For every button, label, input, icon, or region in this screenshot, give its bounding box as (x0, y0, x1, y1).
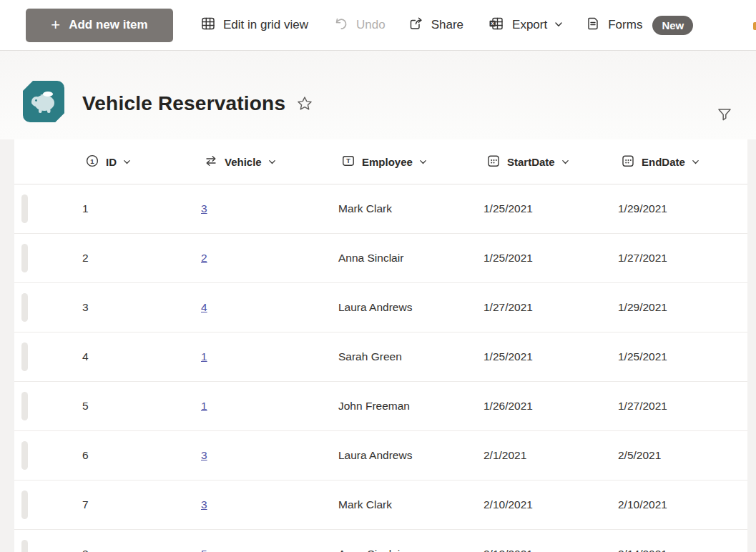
piggy-bank-list-icon (23, 81, 64, 122)
column-header-employee[interactable]: T Employee (338, 154, 483, 170)
plus-icon: + (51, 17, 60, 33)
undo-label: Undo (356, 18, 386, 32)
column-header-id[interactable]: 1 ID (82, 154, 201, 170)
date-column-icon (486, 154, 501, 170)
cell-id: 7 (82, 498, 201, 511)
grid-view-icon (200, 16, 216, 35)
edit-in-grid-view-button[interactable]: Edit in grid view (197, 9, 311, 42)
cell-enddate: 1/27/2021 (618, 400, 747, 413)
cell-startdate: 1/25/2021 (483, 252, 618, 265)
share-label: Share (431, 18, 463, 32)
forms-button[interactable]: Forms New (582, 9, 696, 42)
row-drag-handle[interactable] (21, 540, 28, 552)
cell-id: 2 (82, 252, 201, 265)
chevron-down-icon (419, 156, 427, 168)
cell-vehicle-link[interactable]: 5 (201, 548, 207, 552)
funnel-filter-icon[interactable] (712, 102, 737, 127)
cell-id: 6 (82, 449, 201, 462)
export-label: Export (512, 18, 547, 32)
table-row[interactable]: 7 3 Mark Clark 2/10/2021 2/10/2021 (14, 480, 747, 530)
chevron-down-icon (123, 156, 131, 168)
cell-enddate: 1/29/2021 (618, 301, 747, 314)
row-drag-handle[interactable] (21, 342, 28, 371)
chevron-down-icon (561, 156, 569, 168)
command-bar: + Add new item Edit in grid view (0, 0, 756, 51)
column-header-label: ID (106, 156, 117, 168)
cell-id: 8 (82, 548, 201, 552)
undo-button[interactable]: Undo (330, 9, 388, 42)
table-row[interactable]: 5 1 John Freeman 1/26/2021 1/27/2021 (14, 382, 747, 431)
cell-enddate: 1/29/2021 (618, 202, 747, 215)
column-header-startdate[interactable]: StartDate (483, 154, 618, 170)
column-header-label: Vehicle (225, 156, 262, 168)
cell-employee: Mark Clark (338, 202, 483, 215)
row-drag-handle[interactable] (21, 293, 28, 322)
cell-employee: Anna Sinclair (338, 548, 483, 552)
list-title-section: Vehicle Reservations (0, 51, 756, 139)
cell-enddate: 2/5/2021 (618, 449, 747, 462)
share-button[interactable]: Share (406, 9, 466, 42)
table-row[interactable]: 8 5 Anna Sinclair 2/12/2021 2/14/2021 (14, 530, 747, 552)
row-drag-handle[interactable] (21, 244, 28, 272)
cell-vehicle-link[interactable]: 4 (201, 301, 207, 313)
cell-startdate: 2/12/2021 (483, 548, 618, 552)
cell-startdate: 1/25/2021 (483, 350, 618, 363)
table-row[interactable]: 2 2 Anna Sinclair 1/25/2021 1/27/2021 (14, 234, 747, 283)
share-icon (408, 16, 424, 35)
column-header-label: StartDate (507, 156, 555, 168)
excel-export-icon: x (488, 16, 505, 35)
row-drag-handle[interactable] (21, 441, 28, 470)
cell-vehicle-link[interactable]: 3 (201, 498, 207, 511)
edit-in-grid-view-label: Edit in grid view (223, 18, 308, 32)
table-rows: 1 3 Mark Clark 1/25/2021 1/29/2021 2 2 A… (14, 184, 747, 552)
text-column-icon: T (341, 154, 355, 170)
cell-vehicle-link[interactable]: 2 (201, 252, 207, 264)
cell-employee: Laura Andrews (338, 301, 483, 314)
chevron-down-icon (692, 156, 699, 168)
star-outline-icon[interactable] (297, 96, 313, 114)
forms-label: Forms (608, 18, 642, 32)
column-header-label: EndDate (642, 156, 685, 168)
export-button[interactable]: x Export (485, 9, 566, 42)
cell-startdate: 2/1/2021 (483, 449, 618, 462)
cell-vehicle-link[interactable]: 1 (201, 400, 207, 412)
chevron-down-icon (268, 156, 276, 168)
cell-startdate: 1/25/2021 (483, 202, 618, 215)
truncated-toolbar-icon (753, 22, 756, 30)
cell-startdate: 2/10/2021 (483, 498, 618, 511)
cell-id: 5 (82, 400, 201, 413)
chevron-down-icon (554, 18, 563, 32)
cell-vehicle-link[interactable]: 1 (201, 350, 207, 363)
row-drag-handle[interactable] (21, 392, 28, 420)
cell-enddate: 1/25/2021 (618, 350, 747, 363)
list-card: 1 ID Vehicle (14, 139, 747, 552)
cell-employee: Laura Andrews (338, 449, 483, 462)
table-row[interactable]: 4 1 Sarah Green 1/25/2021 1/25/2021 (14, 332, 747, 382)
row-drag-handle[interactable] (21, 491, 28, 519)
column-header-enddate[interactable]: EndDate (618, 154, 747, 170)
date-column-icon (621, 154, 635, 170)
cell-employee: Sarah Green (338, 350, 483, 363)
lookup-column-icon (204, 154, 218, 170)
column-header-vehicle[interactable]: Vehicle (201, 154, 338, 170)
cell-id: 4 (82, 350, 201, 363)
table-row[interactable]: 1 3 Mark Clark 1/25/2021 1/29/2021 (14, 184, 747, 234)
table-header-row: 1 ID Vehicle (14, 139, 747, 184)
cell-id: 3 (82, 301, 201, 314)
sharepoint-list-page: + Add new item Edit in grid view (0, 0, 756, 552)
cell-startdate: 1/26/2021 (483, 400, 618, 413)
add-new-item-button[interactable]: + Add new item (26, 9, 173, 42)
svg-text:T: T (346, 157, 350, 164)
cell-employee: John Freeman (338, 400, 483, 413)
undo-icon (333, 16, 349, 35)
add-new-item-label: Add new item (69, 18, 148, 32)
row-drag-handle[interactable] (21, 194, 28, 223)
new-badge: New (652, 16, 693, 35)
table-row[interactable]: 6 3 Laura Andrews 2/1/2021 2/5/2021 (14, 431, 747, 480)
cell-id: 1 (82, 202, 201, 215)
cell-employee: Anna Sinclair (338, 252, 483, 265)
cell-vehicle-link[interactable]: 3 (201, 202, 207, 215)
column-header-label: Employee (362, 156, 413, 168)
table-row[interactable]: 3 4 Laura Andrews 1/27/2021 1/29/2021 (14, 283, 747, 332)
cell-vehicle-link[interactable]: 3 (201, 449, 207, 461)
